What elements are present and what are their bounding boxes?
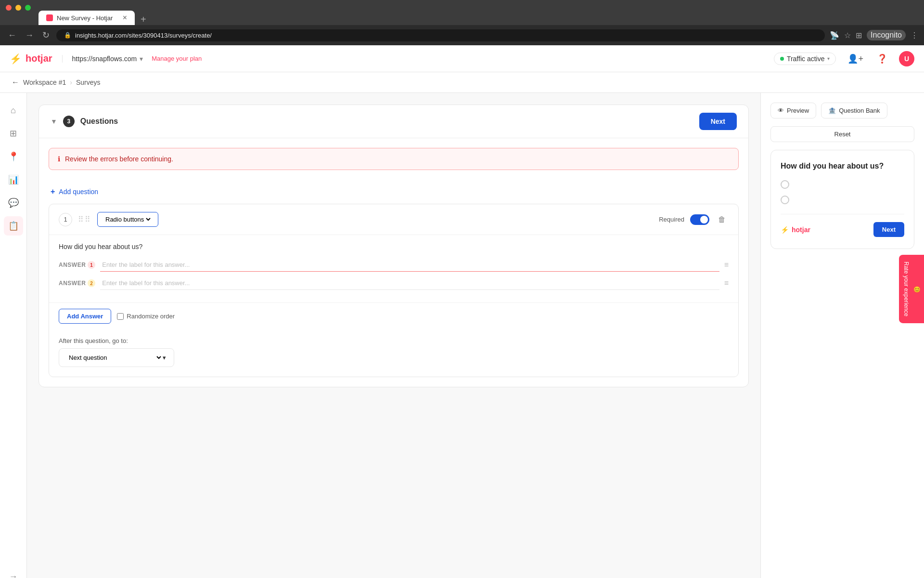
answer-row-1: ANSWER 1 ≡ <box>59 258 729 272</box>
manage-plan-link[interactable]: Manage your plan <box>152 55 202 62</box>
sidebar-item-activity[interactable]: 📊 <box>4 170 23 189</box>
preview-radio-1[interactable] <box>781 180 789 189</box>
reload-btn[interactable]: ↻ <box>40 28 51 42</box>
question-card: 1 ⠿⠿ Radio buttons Checkboxes Short answ… <box>49 204 739 377</box>
preview-actions: 👁 Preview 🏦 Question Bank <box>770 103 914 118</box>
after-question-section: After this question, go to: Next questio… <box>49 329 738 377</box>
section-collapse-btn[interactable]: ▼ <box>51 118 57 125</box>
traffic-status-badge[interactable]: Traffic active ▾ <box>774 53 836 65</box>
sidebar-item-home[interactable]: ⌂ <box>4 101 23 120</box>
preview-option-2 <box>781 196 904 204</box>
tab-favicon <box>46 14 53 21</box>
answer-1-text-icon[interactable]: ≡ <box>724 261 729 269</box>
survey-preview-card: How did you hear about us? ⚡ hotjar Next <box>770 150 914 249</box>
cast-icon: 📡 <box>830 31 839 40</box>
new-tab-btn[interactable]: + <box>136 14 151 25</box>
answer-1-number: 1 <box>88 261 95 269</box>
sidebar-item-dashboard[interactable]: ⊞ <box>4 124 23 143</box>
traffic-dot <box>780 57 784 61</box>
answer-2-input[interactable] <box>100 276 719 290</box>
preview-next-btn[interactable]: Next <box>873 222 904 237</box>
sidebar-item-pin[interactable]: 📍 <box>4 147 23 166</box>
star-icon[interactable]: ☆ <box>844 31 851 40</box>
site-dropdown-btn[interactable]: ▾ <box>140 55 143 63</box>
answer-1-input[interactable] <box>100 258 719 272</box>
breadcrumb-section: Surveys <box>76 79 101 86</box>
grid-icon[interactable]: ⊞ <box>856 31 862 40</box>
question-type-select-input[interactable]: Radio buttons Checkboxes Short answer Lo… <box>103 215 152 223</box>
section-title: Questions <box>80 117 118 126</box>
randomize-order-checkbox[interactable] <box>117 313 124 320</box>
add-question-label: Add question <box>59 188 98 196</box>
sidebar-collapse-btn[interactable]: → <box>4 567 23 578</box>
forward-btn[interactable]: → <box>23 28 36 42</box>
answer-row-2: ANSWER 2 ≡ <box>59 276 729 290</box>
preview-card-footer: ⚡ hotjar Next <box>781 214 904 237</box>
required-label: Required <box>659 216 684 223</box>
error-banner: ℹ Review the errors before continuing. <box>49 148 739 170</box>
rate-experience-tab[interactable]: 😊 Rate your experience <box>899 255 924 323</box>
browser-dot-red <box>6 5 12 11</box>
incognito-badge: Incognito <box>867 30 906 40</box>
answer-1-label: ANSWER 1 <box>59 261 95 269</box>
hotjar-brand-icon: ⚡ <box>781 226 789 234</box>
breadcrumb-separator: › <box>70 79 72 86</box>
question-number: 1 <box>59 213 72 226</box>
browser-dot-green <box>25 5 31 11</box>
traffic-chevron-icon: ▾ <box>827 56 830 61</box>
back-btn[interactable]: ← <box>6 28 18 42</box>
answer-2-label: ANSWER 2 <box>59 279 95 287</box>
reset-btn[interactable]: Reset <box>770 126 914 142</box>
required-toggle[interactable]: ✓ <box>690 214 709 225</box>
rate-tab-label: Rate your experience <box>903 262 910 316</box>
hotjar-wordmark: hotjar <box>26 53 52 64</box>
goto-chevron-icon: ▾ <box>163 354 166 361</box>
menu-icon[interactable]: ⋮ <box>911 31 918 40</box>
goto-select[interactable]: Next question End of survey A specific q… <box>59 348 174 367</box>
traffic-status-label: Traffic active <box>787 55 825 63</box>
hotjar-brand: ⚡ hotjar <box>781 226 810 234</box>
add-answer-btn[interactable]: Add Answer <box>59 309 111 324</box>
randomize-order-label[interactable]: Randomize order <box>117 313 175 320</box>
question-type-selector[interactable]: Radio buttons Checkboxes Short answer Lo… <box>97 212 158 227</box>
hotjar-icon: ⚡ <box>10 53 22 65</box>
hotjar-logo: ⚡ hotjar <box>10 53 52 65</box>
goto-select-input[interactable]: Next question End of survey A specific q… <box>67 354 163 362</box>
section-number: 3 <box>63 116 75 127</box>
help-btn[interactable]: ❓ <box>875 52 889 66</box>
preview-panel: 👁 Preview 🏦 Question Bank Reset How did … <box>760 93 924 578</box>
avatar[interactable]: U <box>899 51 914 66</box>
preview-icon: 👁 <box>778 107 784 114</box>
sidebar-item-feedback[interactable]: 💬 <box>4 193 23 212</box>
tab-title: New Survey - Hotjar <box>57 14 113 22</box>
section-next-btn[interactable]: Next <box>699 113 737 130</box>
sidebar: ⌂ ⊞ 📍 📊 💬 📋 → <box>0 93 27 578</box>
rate-tab-icon: 😊 <box>913 285 920 292</box>
drag-handle[interactable]: ⠿⠿ <box>78 215 91 224</box>
add-user-btn[interactable]: 👤+ <box>846 52 865 66</box>
after-question-label: After this question, go to: <box>59 337 729 344</box>
error-icon: ℹ <box>58 155 60 163</box>
answer-2-number: 2 <box>88 279 95 287</box>
question-footer: Add Answer Randomize order <box>49 302 738 329</box>
site-url: https://snapflows.com <box>72 55 137 63</box>
lock-icon: 🔒 <box>64 32 71 39</box>
add-question-icon: + <box>51 187 55 196</box>
tab-close-btn[interactable]: × <box>123 13 127 22</box>
add-question-btn[interactable]: + Add question <box>39 180 748 204</box>
preview-question-text: How did you hear about us? <box>781 162 904 171</box>
hotjar-brand-name: hotjar <box>792 226 810 234</box>
question-text: How did you hear about us? <box>59 243 729 250</box>
question-bank-icon: 🏦 <box>828 107 836 114</box>
breadcrumb-back-btn[interactable]: ← <box>12 78 19 87</box>
answer-2-text-icon[interactable]: ≡ <box>724 279 729 288</box>
delete-question-btn[interactable]: 🗑 <box>715 212 729 227</box>
preview-btn[interactable]: 👁 Preview <box>770 103 816 118</box>
breadcrumb-workspace: Workspace #1 <box>23 79 66 86</box>
preview-radio-2[interactable] <box>781 196 789 204</box>
sidebar-item-surveys[interactable]: 📋 <box>4 216 23 236</box>
browser-dot-yellow <box>15 5 21 11</box>
browser-tab[interactable]: New Survey - Hotjar × <box>38 11 135 25</box>
address-bar-text[interactable]: insights.hotjar.com/sites/3090413/survey… <box>75 32 212 39</box>
question-bank-btn[interactable]: 🏦 Question Bank <box>821 103 887 118</box>
